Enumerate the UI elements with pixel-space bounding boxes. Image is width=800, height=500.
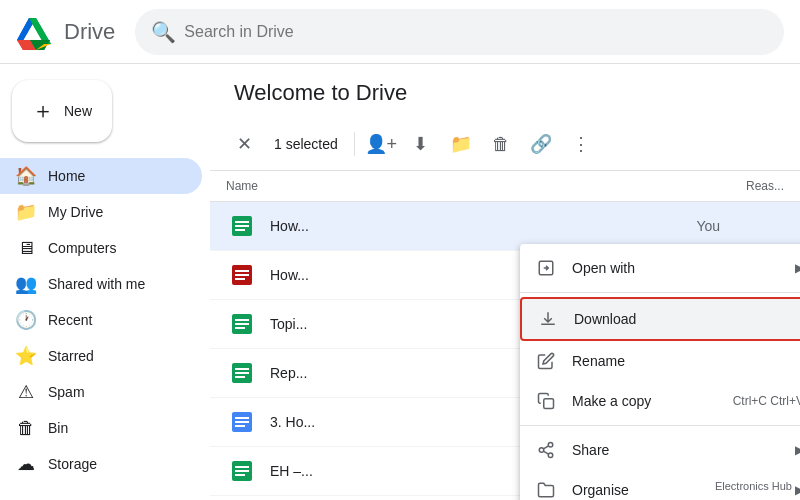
- svg-point-42: [539, 448, 544, 453]
- storage-icon: ☁: [16, 454, 36, 474]
- sidebar-item-label: My Drive: [48, 204, 103, 220]
- open-with-icon: [536, 258, 556, 278]
- submenu-arrow-icon: ▶: [795, 483, 800, 497]
- menu-item-rename[interactable]: Rename: [520, 341, 800, 381]
- bin-icon: 🗑: [16, 418, 36, 438]
- sidebar-item-label: Storage: [48, 456, 97, 472]
- home-icon: 🏠: [16, 166, 36, 186]
- main-layout: ＋ New 🏠 Home 📁 My Drive 🖥 Computers 👥 Sh…: [0, 64, 800, 500]
- svg-point-41: [548, 443, 553, 448]
- menu-divider: [520, 425, 800, 426]
- menu-item-label: Open with: [572, 260, 779, 276]
- search-bar[interactable]: 🔍: [135, 9, 784, 55]
- context-menu: Open with ▶ Download Rename: [520, 244, 800, 500]
- search-icon: 🔍: [151, 20, 176, 44]
- drive-logo-icon: [16, 12, 56, 52]
- watermark: Electronics Hub: [715, 480, 792, 492]
- sidebar-item-computers[interactable]: 🖥 Computers: [0, 230, 202, 266]
- menu-item-label: Share: [572, 442, 779, 458]
- sidebar-item-starred[interactable]: ⭐ Starred: [0, 338, 202, 374]
- menu-item-make-copy[interactable]: Make a copy Ctrl+C Ctrl+V: [520, 381, 800, 421]
- search-input[interactable]: [184, 23, 768, 41]
- shared-icon: 👥: [16, 274, 36, 294]
- sidebar-item-label: Computers: [48, 240, 116, 256]
- logo-text: Drive: [64, 19, 115, 45]
- sidebar-item-recent[interactable]: 🕐 Recent: [0, 302, 202, 338]
- sidebar-item-home[interactable]: 🏠 Home: [0, 158, 202, 194]
- sidebar-item-bin[interactable]: 🗑 Bin: [0, 410, 202, 446]
- my-drive-icon: 📁: [16, 202, 36, 222]
- logo: Drive: [16, 12, 115, 52]
- menu-item-open-with[interactable]: Open with ▶: [520, 248, 800, 288]
- starred-icon: ⭐: [16, 346, 36, 366]
- sidebar-item-my-drive[interactable]: 📁 My Drive: [0, 194, 202, 230]
- sidebar-item-label: Home: [48, 168, 85, 184]
- svg-line-45: [543, 446, 548, 449]
- new-button-label: New: [64, 103, 92, 119]
- sidebar-item-label: Recent: [48, 312, 92, 328]
- submenu-arrow-icon: ▶: [795, 261, 800, 275]
- rename-icon: [536, 351, 556, 371]
- menu-item-label: Make a copy: [572, 393, 717, 409]
- submenu-arrow-icon: ▶: [795, 443, 800, 457]
- plus-icon: ＋: [32, 96, 54, 126]
- header: Drive 🔍: [0, 0, 800, 64]
- spam-icon: ⚠: [16, 382, 36, 402]
- sidebar-item-storage[interactable]: ☁ Storage: [0, 446, 202, 482]
- download-menu-icon: [538, 309, 558, 329]
- new-button[interactable]: ＋ New: [12, 80, 112, 142]
- sidebar-item-label: Starred: [48, 348, 94, 364]
- recent-icon: 🕐: [16, 310, 36, 330]
- sidebar-item-label: Bin: [48, 420, 68, 436]
- copy-icon: [536, 391, 556, 411]
- sidebar-item-spam[interactable]: ⚠ Spam: [0, 374, 202, 410]
- svg-line-44: [543, 451, 548, 454]
- organise-icon: [536, 480, 556, 500]
- sidebar-item-label: Spam: [48, 384, 85, 400]
- computers-icon: 🖥: [16, 238, 36, 258]
- menu-item-label: Download: [574, 311, 800, 327]
- sidebar-item-label: Shared with me: [48, 276, 145, 292]
- shortcut-text: Ctrl+C Ctrl+V: [733, 394, 800, 408]
- sidebar-item-shared[interactable]: 👥 Shared with me: [0, 266, 202, 302]
- menu-item-share[interactable]: Share ▶: [520, 430, 800, 470]
- menu-item-download[interactable]: Download: [520, 297, 800, 341]
- svg-rect-40: [544, 399, 554, 409]
- menu-item-label: Rename: [572, 353, 800, 369]
- content-area: Welcome to Drive ✕ 1 selected 👤+ ⬇ 📁 🗑 🔗: [210, 64, 800, 500]
- share-menu-icon: [536, 440, 556, 460]
- svg-point-43: [548, 453, 553, 458]
- storage-section: 315.1 MB of 15 GB used Get more storage: [0, 482, 210, 500]
- menu-divider: [520, 292, 800, 293]
- sidebar: ＋ New 🏠 Home 📁 My Drive 🖥 Computers 👥 Sh…: [0, 64, 210, 500]
